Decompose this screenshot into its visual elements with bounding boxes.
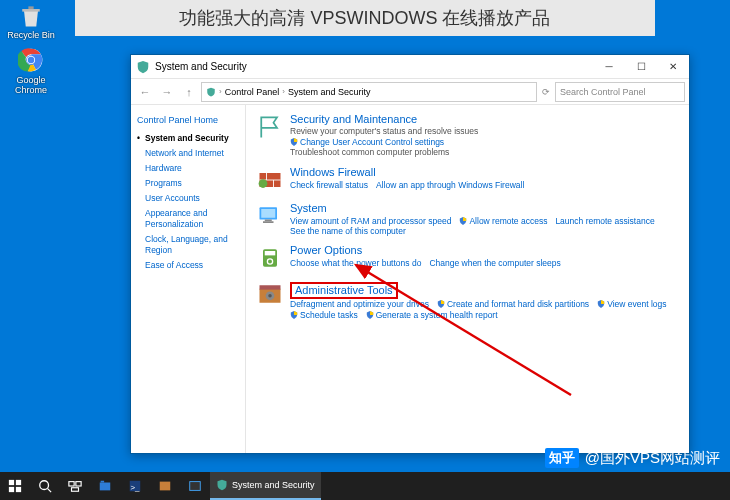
task-view-icon[interactable] — [60, 472, 90, 500]
chrome-icon[interactable]: Google Chrome — [2, 47, 60, 96]
top-banner: 功能强大的高清 VPSWINDOWS 在线播放产品 — [75, 0, 655, 36]
svg-rect-36 — [190, 482, 201, 491]
category-flag: Security and MaintenanceReview your comp… — [256, 113, 679, 158]
zhihu-logo-icon: 知乎 — [545, 448, 579, 468]
sidebar-item[interactable]: Clock, Language, and Region — [137, 232, 239, 258]
taskbar-app-1[interactable] — [90, 472, 120, 500]
back-button[interactable]: ← — [135, 82, 155, 102]
search-input[interactable]: Search Control Panel — [555, 82, 685, 102]
category-link[interactable]: Launch remote assistance — [555, 216, 654, 226]
search-icon[interactable] — [30, 472, 60, 500]
svg-point-20 — [268, 294, 272, 298]
sidebar: Control Panel Home System and SecurityNe… — [131, 105, 246, 453]
svg-rect-31 — [100, 483, 111, 491]
svg-rect-11 — [261, 209, 275, 218]
svg-point-4 — [28, 57, 35, 64]
window-title: System and Security — [155, 61, 593, 72]
category-power: Power OptionsChoose what the power butto… — [256, 244, 679, 272]
category-link[interactable]: View event logs — [597, 299, 666, 309]
sidebar-item[interactable]: Appearance and Personalization — [137, 206, 239, 232]
breadcrumb[interactable]: › Control Panel › System and Security — [201, 82, 537, 102]
category-link[interactable]: Allow an app through Windows Firewall — [376, 180, 524, 190]
minimize-button[interactable]: ─ — [593, 55, 625, 79]
category-title[interactable]: Power Options — [290, 244, 679, 257]
category-link[interactable]: Create and format hard disk partitions — [437, 299, 589, 309]
sidebar-header[interactable]: Control Panel Home — [137, 115, 239, 125]
category-link[interactable]: Check firewall status — [290, 180, 368, 190]
svg-rect-22 — [9, 480, 14, 485]
category-link[interactable]: Change when the computer sleeps — [429, 258, 560, 268]
svg-line-27 — [48, 489, 52, 493]
svg-rect-12 — [265, 219, 272, 221]
start-button[interactable] — [0, 472, 30, 500]
taskbar-active-window[interactable]: System and Security — [210, 472, 321, 500]
svg-point-9 — [259, 179, 268, 188]
category-system: SystemView amount of RAM and processor s… — [256, 202, 679, 236]
address-bar: ← → ↑ › Control Panel › System and Secur… — [131, 79, 689, 105]
maximize-button[interactable]: ☐ — [625, 55, 657, 79]
category-title[interactable]: Security and Maintenance — [290, 113, 679, 126]
svg-point-26 — [40, 481, 49, 490]
sidebar-item[interactable]: System and Security — [137, 131, 239, 146]
taskbar-app-2[interactable]: >_ — [120, 472, 150, 500]
category-link[interactable]: Generate a system health report — [366, 310, 498, 320]
category-title[interactable]: Windows Firewall — [290, 166, 679, 179]
sidebar-item[interactable]: Network and Internet — [137, 146, 239, 161]
sidebar-item[interactable]: User Accounts — [137, 191, 239, 206]
sidebar-item[interactable]: Ease of Access — [137, 258, 239, 273]
main-content: Security and MaintenanceReview your comp… — [246, 105, 689, 453]
svg-rect-24 — [9, 487, 14, 492]
svg-rect-23 — [16, 480, 21, 485]
taskbar: >_ System and Security — [0, 472, 730, 500]
svg-rect-30 — [72, 488, 79, 492]
svg-rect-13 — [263, 221, 274, 223]
category-wall: Windows FirewallCheck firewall statusAll… — [256, 166, 679, 194]
refresh-button[interactable]: ⟳ — [539, 87, 553, 97]
category-link[interactable]: See the name of this computer — [290, 226, 406, 236]
category-title[interactable]: System — [290, 202, 679, 215]
titlebar[interactable]: System and Security ─ ☐ ✕ — [131, 55, 689, 79]
close-button[interactable]: ✕ — [657, 55, 689, 79]
category-link[interactable]: Defragment and optimize your drives — [290, 299, 429, 309]
up-button[interactable]: ↑ — [179, 82, 199, 102]
desktop-icons: Recycle Bin Google Chrome — [2, 2, 60, 102]
taskbar-app-4[interactable] — [180, 472, 210, 500]
svg-rect-0 — [28, 6, 33, 9]
svg-text:>_: >_ — [131, 483, 141, 492]
svg-rect-28 — [69, 482, 74, 486]
recycle-bin-icon[interactable]: Recycle Bin — [2, 2, 60, 41]
taskbar-app-3[interactable] — [150, 472, 180, 500]
svg-rect-29 — [76, 482, 81, 486]
category-link[interactable]: Choose what the power buttons do — [290, 258, 421, 268]
shield-icon — [216, 479, 228, 491]
forward-button[interactable]: → — [157, 82, 177, 102]
category-tools: Administrative ToolsDefragment and optim… — [256, 280, 679, 320]
svg-rect-32 — [101, 481, 105, 483]
svg-rect-25 — [16, 487, 21, 492]
category-link[interactable]: View amount of RAM and processor speed — [290, 216, 451, 226]
power-icon — [256, 244, 284, 272]
flag-icon — [256, 113, 284, 141]
category-link[interactable]: Allow remote access — [459, 216, 547, 226]
category-title-highlighted[interactable]: Administrative Tools — [290, 282, 398, 299]
shield-icon — [136, 60, 150, 74]
sidebar-item[interactable]: Programs — [137, 176, 239, 191]
category-link[interactable]: Change User Account Control settings — [290, 137, 444, 147]
system-icon — [256, 202, 284, 230]
wall-icon — [256, 166, 284, 194]
category-link[interactable]: Schedule tasks — [290, 310, 358, 320]
svg-rect-35 — [160, 482, 171, 491]
watermark: 知乎 @国外VPS网站测评 — [545, 448, 720, 468]
control-panel-window: System and Security ─ ☐ ✕ ← → ↑ › Contro… — [130, 54, 690, 454]
shield-icon — [206, 87, 216, 97]
svg-rect-18 — [260, 285, 281, 289]
tools-icon — [256, 280, 284, 308]
svg-rect-15 — [265, 251, 276, 255]
sidebar-item[interactable]: Hardware — [137, 161, 239, 176]
